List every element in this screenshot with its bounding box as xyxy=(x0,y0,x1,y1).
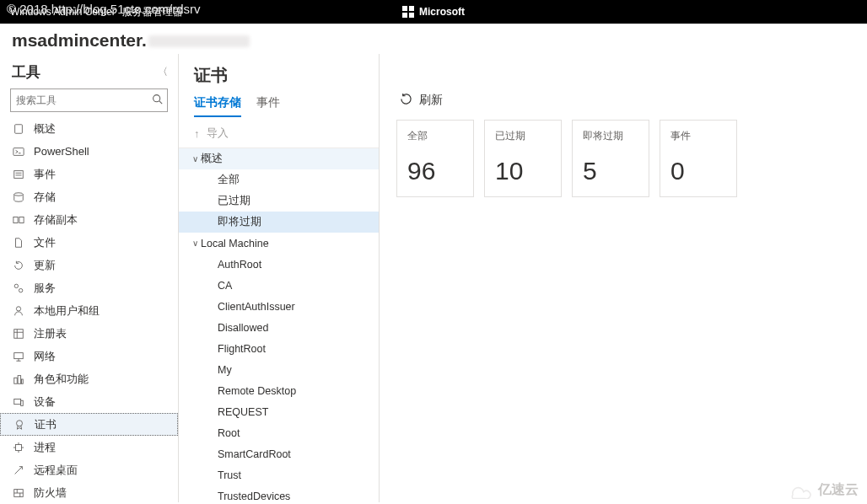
tree-node-SmartCardRoot[interactable]: SmartCardRoot xyxy=(179,443,379,464)
summary-card-全部[interactable]: 全部96 xyxy=(396,120,474,197)
refresh-button[interactable]: 刷新 xyxy=(400,93,850,108)
files-icon xyxy=(12,236,25,249)
sidebar-item-PowerShell[interactable]: PowerShell xyxy=(0,140,178,163)
tree-node-ClientAuthIssuer[interactable]: ClientAuthIssuer xyxy=(179,296,379,317)
tree-node-label: CA xyxy=(218,280,232,292)
svg-rect-23 xyxy=(21,400,24,405)
collapse-sidebar-icon[interactable]: 〈 xyxy=(158,65,168,79)
host-name[interactable]: msadmincenter. xyxy=(12,30,147,51)
tree-node-label: AuthRoot xyxy=(218,259,261,271)
svg-rect-9 xyxy=(19,217,24,223)
tree-node-TrustedDevices[interactable]: TrustedDevices xyxy=(179,485,379,502)
redacted-host xyxy=(148,35,250,47)
sidebar-item-label: 注册表 xyxy=(34,326,67,341)
firewall-icon xyxy=(12,486,25,500)
import-button[interactable]: ↑ 导入 xyxy=(179,117,379,147)
sidebar-item-设备[interactable]: 设备 xyxy=(0,390,178,413)
summary-card-事件[interactable]: 事件0 xyxy=(660,120,737,197)
sidebar-item-文件[interactable]: 文件 xyxy=(0,231,178,254)
tree-node-label: Disallowed xyxy=(218,322,268,334)
tree-node-label: REQUEST xyxy=(218,406,268,418)
chevron-down-icon: ∨ xyxy=(189,154,201,164)
summary-card-即将过期[interactable]: 即将过期5 xyxy=(572,120,649,197)
process-icon xyxy=(12,441,25,454)
sidebar-item-事件[interactable]: 事件 xyxy=(0,163,178,185)
tree-node-已过期[interactable]: 已过期 xyxy=(179,190,379,212)
tree-node-label: Remote Desktop xyxy=(218,385,296,397)
powershell-icon xyxy=(12,145,25,158)
tree-node-全部[interactable]: 全部 xyxy=(179,169,379,190)
sidebar-item-角色和功能[interactable]: 角色和功能 xyxy=(0,367,178,390)
tab-证书存储[interactable]: 证书存储 xyxy=(194,95,241,117)
tree-node-FlightRoot[interactable]: FlightRoot xyxy=(179,338,379,359)
svg-rect-2 xyxy=(15,124,23,133)
sidebar-item-服务[interactable]: 服务 xyxy=(0,276,178,299)
sidebar-item-存储副本[interactable]: 存储副本 xyxy=(0,208,178,231)
card-value: 5 xyxy=(583,157,638,185)
tree-node-label: 概述 xyxy=(201,152,223,166)
sidebar-item-概述[interactable]: 概述 xyxy=(0,117,178,140)
svg-rect-22 xyxy=(14,399,21,404)
tree-node-label: FlightRoot xyxy=(218,343,266,355)
tree-node-Local Machine[interactable]: ∨Local Machine xyxy=(179,233,379,254)
cert-store-tree[interactable]: ∨概述全部已过期即将过期∨Local MachineAuthRootCAClie… xyxy=(179,147,379,502)
tree-node-即将过期[interactable]: 即将过期 xyxy=(179,212,379,233)
tree-node-Disallowed[interactable]: Disallowed xyxy=(179,317,379,338)
card-value: 10 xyxy=(495,157,551,185)
sidebar-item-label: 存储 xyxy=(34,190,56,205)
tree-node-My[interactable]: My xyxy=(179,359,379,380)
summary-cards: 全部96已过期10即将过期5事件0 xyxy=(396,120,850,197)
sidebar-item-label: 远程桌面 xyxy=(34,463,78,478)
sidebar-item-label: 本地用户和组 xyxy=(34,303,100,319)
refresh-label: 刷新 xyxy=(419,93,443,108)
tree-node-AuthRoot[interactable]: AuthRoot xyxy=(179,254,379,275)
sidebar-item-更新[interactable]: 更新 xyxy=(0,254,178,276)
services-icon xyxy=(12,281,25,295)
page-title: 证书 xyxy=(179,54,379,95)
updates-icon xyxy=(12,259,25,272)
top-bar: Windows Admin Center 服务器管理器 Microsoft xyxy=(0,0,867,24)
svg-point-10 xyxy=(14,284,18,287)
detail-panel: 证书 证书存储事件 ↑ 导入 ∨概述全部已过期即将过期∨Local Machin… xyxy=(179,54,380,502)
sidebar-item-证书[interactable]: 证书 xyxy=(0,413,178,436)
search-input[interactable] xyxy=(10,88,168,112)
tools-sidebar: 工具 〈 概述PowerShell事件存储存储副本文件更新服务本地用户和组注册表… xyxy=(0,54,179,502)
tree-node-CA[interactable]: CA xyxy=(179,275,379,296)
brand-label: Microsoft xyxy=(419,6,465,18)
sidebar-item-本地用户和组[interactable]: 本地用户和组 xyxy=(0,299,178,322)
chevron-down-icon: ∨ xyxy=(189,239,201,248)
tree-node-label: My xyxy=(218,364,232,376)
card-label: 事件 xyxy=(670,129,726,143)
tree-node-label: 即将过期 xyxy=(218,215,261,229)
tree-node-label: Trust xyxy=(218,469,241,481)
sidebar-item-label: 更新 xyxy=(34,258,56,273)
svg-point-0 xyxy=(153,95,160,102)
product-context: 服务器管理器 xyxy=(122,5,183,19)
search-icon[interactable] xyxy=(152,94,163,107)
tree-node-Trust[interactable]: Trust xyxy=(179,464,379,485)
sidebar-item-进程[interactable]: 进程 xyxy=(0,436,178,458)
svg-rect-4 xyxy=(14,170,24,178)
sidebar-title: 工具 xyxy=(12,62,40,82)
main-content: 刷新 全部96已过期10即将过期5事件0 xyxy=(380,54,867,502)
sidebar-item-label: 证书 xyxy=(35,417,57,432)
card-label: 已过期 xyxy=(495,129,551,143)
sidebar-item-label: 设备 xyxy=(34,394,56,410)
sidebar-item-存储[interactable]: 存储 xyxy=(0,185,178,208)
tab-事件[interactable]: 事件 xyxy=(256,95,280,117)
tree-node-Remote Desktop[interactable]: Remote Desktop xyxy=(179,380,379,401)
svg-rect-19 xyxy=(14,378,18,383)
tree-node-label: SmartCardRoot xyxy=(218,448,291,460)
microsoft-logo-icon xyxy=(402,6,414,18)
devices-icon xyxy=(12,395,25,409)
sidebar-item-label: 防火墙 xyxy=(34,485,67,501)
tree-node-Root[interactable]: Root xyxy=(179,422,379,443)
storage-replica-icon xyxy=(12,213,25,227)
sidebar-item-注册表[interactable]: 注册表 xyxy=(0,322,178,345)
sidebar-item-远程桌面[interactable]: 远程桌面 xyxy=(0,458,178,481)
summary-card-已过期[interactable]: 已过期10 xyxy=(484,120,562,197)
tree-node-概述[interactable]: ∨概述 xyxy=(179,148,379,169)
sidebar-item-防火墙[interactable]: 防火墙 xyxy=(0,481,178,502)
sidebar-item-网络[interactable]: 网络 xyxy=(0,345,178,367)
tree-node-REQUEST[interactable]: REQUEST xyxy=(179,401,379,422)
